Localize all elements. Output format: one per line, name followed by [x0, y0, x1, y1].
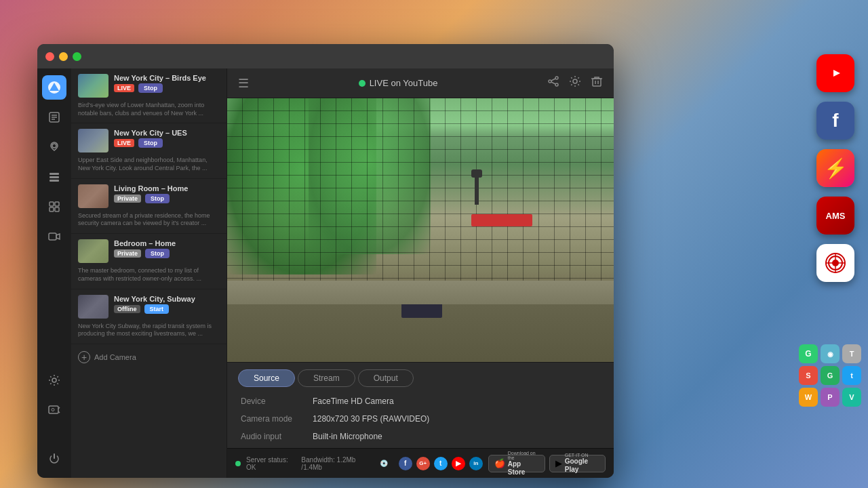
sidebar-item-video[interactable] — [42, 224, 66, 249]
sidebar-item-settings[interactable] — [42, 368, 66, 392]
svg-point-6 — [52, 144, 56, 148]
svg-point-23 — [555, 83, 558, 86]
camera-name-birds-eye: New York City – Birds Eye — [114, 74, 220, 82]
small-icon-s1[interactable]: S — [799, 366, 818, 385]
live-indicator: LIVE on YouTube — [257, 78, 539, 88]
lightning-app-icon[interactable]: ⚡ — [816, 149, 854, 187]
small-icons-cluster: G ◉ T S G t W P V — [799, 344, 861, 407]
camera-name-living: Living Room – Home — [114, 184, 220, 192]
stop-button-living[interactable]: Stop — [145, 194, 170, 203]
svg-rect-13 — [55, 207, 59, 211]
delete-button[interactable] — [591, 75, 603, 91]
traffic-lights — [45, 52, 81, 61]
sidewalk — [227, 281, 614, 304]
svg-point-16 — [52, 378, 56, 382]
small-icon-g1[interactable]: G — [799, 344, 818, 363]
social-youtube[interactable]: ▶ — [452, 457, 465, 470]
camera-desc-ues: Upper East Side and neighborhood, Manhat… — [78, 157, 220, 172]
sidebar-item-add[interactable] — [42, 398, 66, 422]
svg-marker-15 — [56, 234, 60, 239]
camera-thumb-birds-eye — [78, 74, 108, 98]
camera-item-birds-eye[interactable]: New York City – Birds Eye LIVE Stop Bird… — [71, 68, 226, 123]
camera-desc-living: Secured stream of a private residence, t… — [78, 212, 220, 228]
store-badges: 🍎 Download on the App Store ▶ GET IT ON … — [488, 455, 606, 472]
tab-stream[interactable]: Stream — [298, 369, 355, 387]
main-content: New York City – Birds Eye LIVE Stop Bird… — [37, 68, 614, 478]
video-preview — [227, 98, 614, 362]
svg-rect-8 — [50, 176, 59, 178]
status-badge-subway: Offline — [114, 305, 140, 313]
camera-list: New York City – Birds Eye LIVE Stop Bird… — [71, 68, 227, 478]
disk-icon: 💿 — [380, 460, 388, 467]
live-dot — [359, 80, 366, 87]
bottom-section: Source Stream Output Device FaceTime HD … — [227, 362, 614, 448]
camera-item-ues[interactable]: New York City – UES LIVE Stop Upper East… — [71, 123, 226, 178]
traffic-light — [475, 178, 479, 205]
sidebar-item-book[interactable] — [42, 105, 66, 129]
camera-name-ues: New York City – UES — [114, 129, 220, 137]
tab-row: Source Stream Output — [227, 363, 614, 387]
tab-output[interactable]: Output — [358, 369, 414, 387]
social-google[interactable]: G+ — [416, 457, 430, 470]
add-camera-button[interactable]: + Add Camera — [71, 344, 226, 370]
ams-app-icon[interactable]: AMS — [816, 197, 854, 235]
apple-store-badge[interactable]: 🍎 Download on the App Store — [488, 455, 545, 472]
stop-button-bedroom[interactable]: Stop — [145, 249, 170, 258]
svg-rect-11 — [55, 202, 59, 206]
close-button[interactable] — [45, 52, 54, 61]
menu-button[interactable]: ☰ — [238, 76, 249, 91]
share-button[interactable] — [547, 75, 559, 91]
start-button-subway[interactable]: Start — [144, 304, 170, 314]
social-twitter[interactable]: t — [434, 457, 448, 470]
svg-rect-12 — [50, 207, 54, 211]
small-icon-w[interactable]: W — [799, 388, 818, 407]
audio-input-value: Built-in Microphone — [313, 432, 600, 441]
facebook-app-icon[interactable]: f — [816, 102, 854, 140]
tab-source[interactable]: Source — [238, 369, 295, 387]
svg-point-20 — [52, 409, 54, 411]
sidebar-item-power[interactable] — [42, 447, 66, 471]
audio-input-label: Audio input — [241, 432, 292, 441]
status-badge-living: Private — [114, 195, 141, 203]
youtube-app-icon[interactable] — [816, 54, 854, 92]
camera-name-subway: New York City, Subway — [114, 295, 220, 303]
device-value: FaceTime HD Camera — [313, 396, 600, 406]
google-play-icon: ▶ — [555, 458, 562, 468]
svg-rect-14 — [49, 233, 56, 240]
apple-store-line2: App Store — [508, 460, 539, 476]
svg-rect-10 — [50, 202, 54, 206]
sidebar-item-home[interactable] — [42, 75, 66, 100]
small-icon-tw[interactable]: t — [842, 366, 861, 385]
target-app-icon[interactable] — [816, 244, 854, 282]
settings-button[interactable] — [569, 75, 581, 91]
small-icon-t1[interactable]: ◉ — [821, 344, 840, 363]
sidebar-item-location[interactable] — [42, 135, 66, 159]
svg-rect-9 — [50, 180, 59, 182]
device-label: Device — [241, 396, 292, 406]
minimize-button[interactable] — [59, 52, 68, 61]
small-icon-p[interactable]: P — [821, 388, 840, 407]
sidebar-item-list[interactable] — [42, 165, 66, 189]
awning — [471, 214, 532, 226]
camera-item-living-room[interactable]: Living Room – Home Private Stop Secured … — [71, 179, 226, 234]
sidebar-item-grid[interactable] — [42, 195, 66, 219]
social-facebook[interactable]: f — [399, 457, 412, 470]
bandwidth-text: Bandwidth: 1.2Mb /1.4Mb — [301, 456, 372, 471]
add-camera-label: Add Camera — [94, 353, 136, 361]
stop-button-ues[interactable]: Stop — [138, 138, 163, 148]
status-badge-bedroom: Private — [114, 249, 141, 258]
maximize-button[interactable] — [73, 52, 81, 61]
social-linkedin[interactable]: in — [469, 457, 483, 470]
camera-item-subway[interactable]: New York City, Subway Offline Start New … — [71, 289, 226, 344]
server-status-text: Server status: OK — [246, 456, 296, 471]
camera-desc-bedroom: The master bedroom, connected to my list… — [78, 267, 220, 283]
camera-desc-subway: New York City Subway, the rapid transit … — [78, 323, 220, 338]
camera-item-bedroom[interactable]: Bedroom – Home Private Stop The master b… — [71, 234, 226, 289]
small-icon-v[interactable]: V — [842, 388, 861, 407]
top-bar-actions — [547, 75, 603, 91]
status-badge-ues: LIVE — [114, 139, 134, 147]
small-icon-t2[interactable]: T — [842, 344, 861, 363]
small-icon-g2[interactable]: G — [821, 366, 840, 385]
google-play-badge[interactable]: ▶ GET IT ON Google Play — [549, 455, 606, 472]
stop-button-birds-eye[interactable]: Stop — [138, 83, 163, 93]
